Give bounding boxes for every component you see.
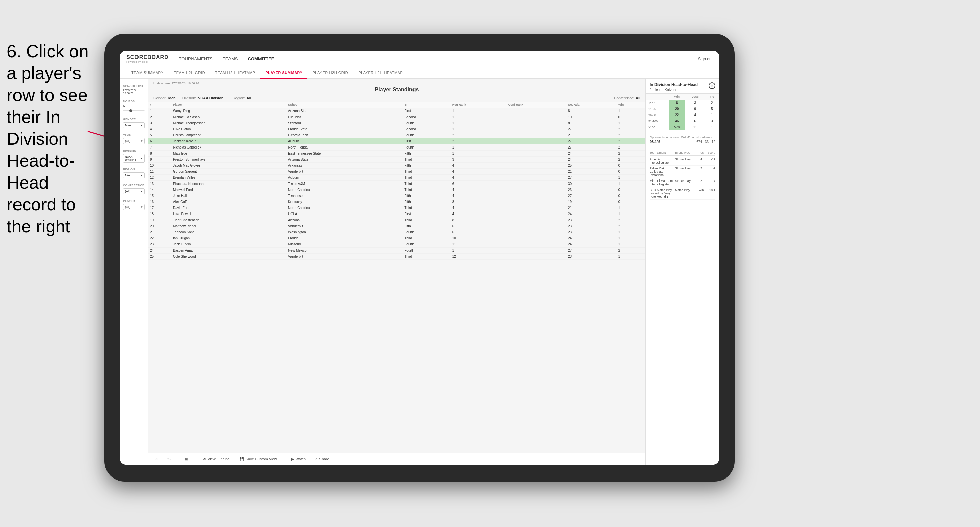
opponents-pct: 98.1%	[650, 140, 660, 144]
table-row[interactable]: 22 Ian Gilligan Florida Third 10 24 1	[148, 235, 645, 241]
year-select[interactable]: (All) ▾	[123, 138, 145, 144]
col-school: School	[286, 102, 403, 108]
cell-yr: Third	[403, 175, 450, 181]
table-row[interactable]: 6 Jackson Koivun Auburn First 2 27 2	[148, 138, 645, 144]
table-row[interactable]: 15 Jake Hall Tennessee Fifth 4 27 0	[148, 193, 645, 199]
cell-win: 0	[617, 199, 645, 205]
table-row[interactable]: 18 Luke Powell UCLA First 4 24 1	[148, 211, 645, 217]
cell-no-rds: 21	[566, 132, 617, 138]
cell-school: Vanderbilt	[286, 223, 403, 229]
table-row[interactable]: 12 Brendan Valles Auburn Third 4 27 1	[148, 175, 645, 181]
cell-school: UCLA	[286, 211, 403, 217]
cell-school: East Tennessee State	[286, 151, 403, 157]
cell-yr: Fourth	[403, 229, 450, 235]
player-select[interactable]: (All) ▾	[123, 204, 145, 210]
share-btn[interactable]: ↗ Share	[313, 456, 331, 462]
table-row[interactable]: 19 Tiger Christensen Arizona Third 8 23 …	[148, 217, 645, 223]
tab-team-h2h-heatmap[interactable]: TEAM H2H HEATMAP	[210, 67, 260, 78]
cell-player: Michael Thorbjornsen	[171, 120, 286, 126]
region-select[interactable]: N/A ▾	[123, 172, 145, 178]
tab-player-summary[interactable]: PLAYER SUMMARY	[260, 67, 307, 79]
tab-team-summary[interactable]: TEAM SUMMARY	[126, 67, 169, 78]
table-row[interactable]: 9 Preston Summerhays Arizona State Third…	[148, 157, 645, 163]
table-row[interactable]: 5 Christo Lamprecht Georgia Tech Fourth …	[148, 132, 645, 138]
cell-player: Taehoon Song	[171, 229, 286, 235]
conference-select[interactable]: (All) ▾	[123, 188, 145, 194]
table-row[interactable]: 16 Alex Goff Kentucky Fifth 8 19 0	[148, 199, 645, 205]
table-row[interactable]: 8 Mats Ege East Tennessee State Fifth 1 …	[148, 151, 645, 157]
cell-rank: 4	[148, 126, 171, 132]
tab-player-h2h-grid[interactable]: PLAYER H2H GRID	[307, 67, 353, 78]
division-select[interactable]: NCAA Division I ▾	[123, 154, 145, 163]
nav-teams[interactable]: TEAMS	[223, 54, 238, 63]
no-rds-slider[interactable]	[123, 110, 145, 111]
table-row[interactable]: 1 Wenyi Ding Arizona State First 1 8 1	[148, 108, 645, 114]
table-row[interactable]: 23 Jack Lundin Missouri Fourth 11 24 1	[148, 241, 645, 248]
cell-player: Maxwell Ford	[171, 187, 286, 193]
cell-rank: 21	[148, 229, 171, 235]
cell-no-rds: 21	[566, 169, 617, 175]
t-col-score: Score	[705, 151, 716, 154]
cell-yr: Third	[403, 235, 450, 241]
cell-yr: Third	[403, 181, 450, 187]
cell-conf-rank	[506, 235, 566, 241]
nav-sign-out[interactable]: Sign out	[698, 57, 713, 61]
watch-btn[interactable]: ▶ Watch	[289, 456, 308, 462]
table-row[interactable]: 7 Nicholas Gabrelick North Florida Fourt…	[148, 144, 645, 151]
bottom-toolbar: ↩ ↪ ⊞ 👁 View: Original 💾 Save Custom Vie…	[148, 453, 645, 465]
nav-committee[interactable]: COMMITTEE	[248, 54, 274, 63]
cell-conf-rank	[506, 217, 566, 223]
table-row[interactable]: 2 Michael La Sasso Ole Miss Second 1 10 …	[148, 114, 645, 120]
cell-rank: 24	[148, 248, 171, 254]
cell-rank: 7	[148, 144, 171, 151]
h2h-col-range	[646, 94, 668, 100]
tab-team-h2h-grid[interactable]: TEAM H2H GRID	[169, 67, 210, 78]
table-row[interactable]: 17 David Ford North Carolina Third 4 21 …	[148, 205, 645, 211]
h2h-table: Win Loss Tie Top 10 8 3 2 11-25 20 9 5 2…	[646, 94, 719, 130]
table-row[interactable]: 10 Jacob Mac Glover Arkansas Fifth 4 25 …	[148, 163, 645, 169]
cell-reg-rank: 1	[450, 144, 506, 151]
table-row[interactable]: 11 Gordon Sargent Vanderbilt Third 4 21 …	[148, 169, 645, 175]
h2h-close-button[interactable]: ✕	[709, 82, 716, 89]
cell-reg-rank: 1	[450, 120, 506, 126]
undo-btn[interactable]: ↩	[153, 456, 161, 462]
tournaments-header: Tournament Event Type Pos Score	[650, 151, 716, 156]
h2h-panel-header: In Division Head-to-Head Jackson Koivun …	[646, 79, 719, 94]
cell-conf-rank	[506, 199, 566, 205]
cell-conf-rank	[506, 151, 566, 157]
nav-tournaments[interactable]: TOURNAMENTS	[179, 54, 213, 63]
cell-conf-rank	[506, 241, 566, 248]
cell-player: Jackson Koivun	[171, 138, 286, 144]
cell-win: 1	[617, 181, 645, 187]
table-row[interactable]: 14 Maxwell Ford North Carolina Third 4 2…	[148, 187, 645, 193]
table-row[interactable]: 24 Bastien Amat New Mexico Fourth 1 27 2	[148, 248, 645, 254]
toolbar-sep-1	[178, 456, 178, 462]
view-original-btn[interactable]: 👁 View: Original	[200, 456, 232, 462]
table-row[interactable]: 25 Cole Sherwood Vanderbilt Third 12 23 …	[148, 254, 645, 260]
cell-win: 0	[617, 114, 645, 120]
cell-school: Arkansas	[286, 163, 403, 169]
cell-rank: 5	[148, 132, 171, 138]
copy-btn[interactable]: ⊞	[183, 456, 190, 462]
table-row[interactable]: 13 Phachara Khonchan Texas A&M Third 6 3…	[148, 181, 645, 187]
h2h-player-name: Jackson Koivun	[650, 87, 698, 92]
gender-select[interactable]: Men ▾	[123, 122, 145, 128]
redo-btn[interactable]: ↪	[165, 456, 173, 462]
cell-no-rds: 25	[566, 163, 617, 169]
table-row[interactable]: 3 Michael Thorbjornsen Stanford Fourth 1…	[148, 120, 645, 126]
cell-player: Jake Hall	[171, 193, 286, 199]
table-row[interactable]: 20 Matthew Riedel Vanderbilt Fifth 6 23 …	[148, 223, 645, 229]
cell-reg-rank: 4	[450, 187, 506, 193]
cell-school: Arizona State	[286, 108, 403, 114]
t-pos: Win	[697, 188, 705, 198]
col-conf-rank: Conf Rank	[506, 102, 566, 108]
table-row[interactable]: 4 Luke Claton Florida State Second 1 27 …	[148, 126, 645, 132]
cell-win: 2	[617, 151, 645, 157]
cell-reg-rank: 4	[450, 163, 506, 169]
cell-yr: First	[403, 211, 450, 217]
tab-player-h2h-heatmap[interactable]: PLAYER H2H HEATMAP	[353, 67, 408, 78]
cell-conf-rank	[506, 248, 566, 254]
save-custom-btn[interactable]: 💾 Save Custom View	[238, 456, 279, 462]
table-row[interactable]: 21 Taehoon Song Washington Fourth 6 23 1	[148, 229, 645, 235]
cell-rank: 19	[148, 217, 171, 223]
